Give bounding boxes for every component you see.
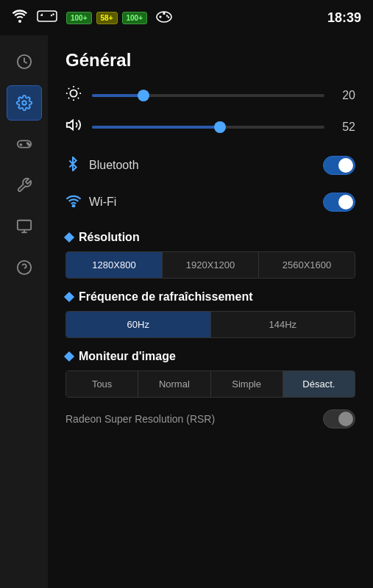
svg-point-13 bbox=[28, 144, 29, 146]
monitor-diamond-icon bbox=[64, 351, 74, 362]
svg-line-27 bbox=[78, 88, 79, 89]
svg-rect-8 bbox=[163, 12, 166, 15]
rsr-label: Radeon Super Resolution (RSR) bbox=[65, 413, 323, 425]
brightness-icon bbox=[65, 85, 83, 105]
refresh-diamond-icon bbox=[64, 292, 74, 302]
status-bar: 100+ 58+ 100+ 18:39 bbox=[0, 0, 373, 35]
brightness-value: 20 bbox=[333, 89, 355, 102]
sidebar-item-wrench[interactable] bbox=[7, 168, 42, 203]
console-icon bbox=[37, 9, 57, 26]
clock: 18:39 bbox=[327, 10, 361, 26]
monitor-title: Moniteur d'image bbox=[79, 350, 176, 363]
wifi-icon bbox=[65, 194, 89, 211]
sidebar-item-settings[interactable] bbox=[7, 85, 42, 121]
battery-2: 58+ bbox=[96, 12, 118, 24]
page-title: Général bbox=[65, 50, 355, 71]
sidebar-item-clock[interactable] bbox=[7, 44, 42, 79]
battery-3: 100+ bbox=[122, 12, 148, 24]
main-layout: Général bbox=[0, 35, 373, 588]
bluetooth-icon bbox=[65, 157, 89, 175]
monitor-button-group: Tous Normal Simple Désact. bbox=[65, 370, 355, 398]
battery-group: 100+ 58+ 100+ bbox=[66, 12, 147, 24]
refresh-option-0[interactable]: 60Hz bbox=[66, 312, 211, 337]
volume-slider-track[interactable] bbox=[92, 126, 324, 129]
bluetooth-toggle[interactable] bbox=[323, 156, 355, 175]
svg-point-29 bbox=[73, 204, 75, 207]
resolution-title: Résolution bbox=[79, 231, 140, 244]
sidebar-item-help[interactable] bbox=[7, 250, 42, 285]
svg-rect-0 bbox=[38, 11, 57, 21]
volume-row: 52 bbox=[65, 117, 355, 137]
brightness-row: 20 bbox=[65, 85, 355, 105]
rsr-toggle[interactable] bbox=[323, 409, 355, 429]
wifi-status-icon bbox=[12, 10, 28, 26]
monitor-section-header: Moniteur d'image bbox=[65, 350, 355, 363]
volume-icon bbox=[65, 117, 83, 137]
svg-point-3 bbox=[51, 15, 52, 16]
resolution-section-header: Résolution bbox=[65, 231, 355, 244]
refresh-section-header: Fréquence de rafraîchissement bbox=[65, 290, 355, 304]
monitor-option-1[interactable]: Normal bbox=[138, 371, 210, 397]
wifi-toggle[interactable] bbox=[323, 193, 355, 212]
sidebar bbox=[0, 35, 48, 588]
rsr-row: Radeon Super Resolution (RSR) bbox=[65, 401, 355, 437]
sidebar-item-display[interactable] bbox=[7, 209, 42, 244]
svg-line-22 bbox=[68, 88, 69, 89]
svg-point-4 bbox=[52, 13, 54, 15]
svg-point-6 bbox=[166, 15, 168, 16]
wifi-row: Wi-Fi bbox=[65, 185, 355, 219]
refresh-title: Fréquence de rafraîchissement bbox=[79, 290, 253, 304]
monitor-option-3[interactable]: Désact. bbox=[283, 371, 355, 397]
svg-rect-2 bbox=[42, 14, 43, 16]
resolution-button-group: 1280X800 1920X1200 2560X1600 bbox=[65, 251, 355, 279]
refresh-option-1[interactable]: 144Hz bbox=[211, 312, 355, 337]
battery-1: 100+ bbox=[66, 12, 92, 24]
bluetooth-label: Bluetooth bbox=[89, 159, 323, 172]
sidebar-item-gamepad[interactable] bbox=[7, 126, 42, 162]
monitor-option-2[interactable]: Simple bbox=[211, 371, 283, 397]
refresh-button-group: 60Hz 144Hz bbox=[65, 311, 355, 338]
svg-point-7 bbox=[168, 16, 169, 18]
volume-value: 52 bbox=[333, 121, 355, 134]
svg-point-10 bbox=[22, 101, 26, 105]
svg-point-19 bbox=[70, 90, 77, 96]
wifi-label: Wi-Fi bbox=[89, 196, 323, 209]
svg-rect-14 bbox=[17, 220, 30, 230]
controller-icon bbox=[156, 10, 172, 26]
resolution-diamond-icon bbox=[64, 232, 74, 243]
content-area: Général bbox=[48, 35, 373, 588]
monitor-option-0[interactable]: Tous bbox=[66, 371, 138, 397]
resolution-option-2[interactable]: 2560X1600 bbox=[259, 252, 355, 278]
svg-line-23 bbox=[78, 98, 79, 98]
status-left: 100+ 58+ 100+ bbox=[12, 9, 172, 26]
svg-line-26 bbox=[68, 98, 69, 98]
resolution-option-0[interactable]: 1280X800 bbox=[66, 252, 163, 278]
brightness-slider-track[interactable] bbox=[92, 94, 324, 97]
svg-marker-28 bbox=[67, 121, 73, 130]
resolution-option-1[interactable]: 1920X1200 bbox=[163, 252, 259, 278]
bluetooth-row: Bluetooth bbox=[65, 148, 355, 182]
